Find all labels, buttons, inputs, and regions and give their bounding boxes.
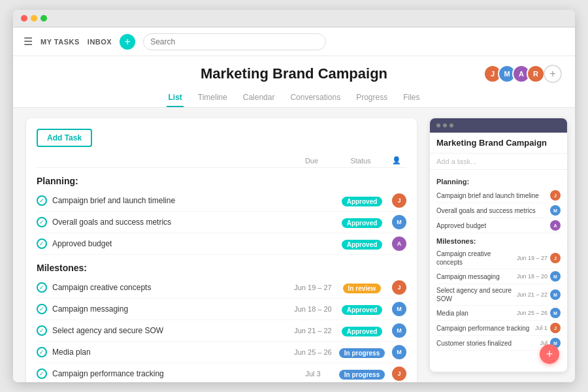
- list-item[interactable]: Campaign messaging Jun 18 – 20 M: [436, 269, 561, 284]
- browser-window: ☰ MY TASKS INBOX + Marketing Brand Campa…: [13, 10, 575, 382]
- task-check-icon[interactable]: ✓: [37, 368, 47, 379]
- browser-chrome: [13, 10, 575, 27]
- table-row[interactable]: ✓ Campaign brief and launch timeline App…: [37, 190, 406, 212]
- rp-avatar: M: [550, 308, 561, 318]
- rp-avatar: J: [550, 253, 561, 263]
- rp-task-due: Jul 1: [535, 325, 547, 331]
- hamburger-icon[interactable]: ☰: [24, 35, 33, 48]
- traffic-light-red[interactable]: [21, 15, 27, 22]
- tab-list[interactable]: List: [167, 89, 183, 107]
- fab-button[interactable]: +: [540, 344, 559, 364]
- task-status: Approved: [336, 238, 388, 250]
- task-due: Jul 3: [290, 370, 336, 378]
- tab-conversations[interactable]: Conversations: [289, 89, 342, 107]
- table-row[interactable]: ✓ Media plan Jun 25 – 26 In progress M: [37, 342, 406, 363]
- task-due: Jun 19 – 27: [290, 284, 336, 291]
- task-avatar: J: [392, 280, 406, 295]
- list-item[interactable]: Campaign creative concepts Jun 19 – 27 J: [436, 248, 561, 269]
- app-topbar: ☰ MY TASKS INBOX +: [13, 27, 575, 56]
- task-avatar: M: [392, 215, 406, 229]
- tab-progress[interactable]: Progress: [355, 89, 389, 107]
- rp-section-milestones: Milestones:: [436, 237, 561, 245]
- task-name: Select agency and secure SOW: [52, 326, 290, 335]
- rp-avatar: M: [550, 271, 561, 282]
- rp-section-planning: Planning:: [436, 178, 561, 186]
- task-status: Approved: [336, 325, 388, 336]
- avatar: R: [527, 65, 545, 83]
- list-item[interactable]: Campaign performance tracking Jul 1 J: [436, 321, 561, 336]
- rp-task-name: Campaign brief and launch timeline: [436, 191, 550, 200]
- rp-task-name: Media plan: [436, 309, 514, 318]
- project-title: Marketing Brand Campaign: [201, 65, 387, 82]
- add-task-button[interactable]: Add Task: [37, 129, 92, 147]
- task-check-icon[interactable]: ✓: [37, 304, 47, 314]
- tab-files[interactable]: Files: [402, 89, 421, 107]
- add-button[interactable]: +: [120, 34, 135, 50]
- traffic-lights: [21, 15, 47, 22]
- task-name: Approved budget: [52, 239, 290, 248]
- rp-task-due: Jun 25 – 26: [517, 310, 547, 316]
- task-name: Campaign creative concepts: [52, 283, 290, 292]
- rp-task-due: Jun 18 – 20: [517, 273, 547, 280]
- list-item[interactable]: Approved budget A: [436, 218, 561, 233]
- nav-my-tasks[interactable]: MY TASKS: [41, 38, 80, 46]
- task-avatar: M: [392, 302, 406, 316]
- list-item[interactable]: Campaign brief and launch timeline J: [436, 188, 561, 203]
- add-member-button[interactable]: +: [544, 65, 562, 83]
- table-row[interactable]: ✓ Select agency and secure SOW Jun 21 – …: [37, 320, 406, 342]
- task-avatar: J: [392, 193, 406, 208]
- panel-dot: [436, 123, 440, 127]
- task-check-icon[interactable]: ✓: [37, 238, 47, 249]
- task-name: Overall goals and success metrics: [52, 218, 290, 227]
- col-header-assign: 👤: [387, 156, 406, 165]
- table-row[interactable]: ✓ Overall goals and success metrics Appr…: [37, 212, 406, 233]
- task-name: Media plan: [52, 348, 290, 357]
- task-due: Jun 18 – 20: [290, 305, 336, 313]
- rp-task-name: Campaign performance tracking: [436, 324, 532, 333]
- task-name: Campaign messaging: [52, 304, 290, 314]
- rp-task-due: Jun 19 – 27: [517, 255, 547, 261]
- nav-inbox[interactable]: INBOX: [88, 38, 112, 46]
- task-status: In review: [336, 282, 388, 293]
- tab-calendar[interactable]: Calendar: [242, 89, 276, 107]
- section-planning: Planning:: [37, 176, 406, 186]
- task-status: Approved: [336, 195, 388, 206]
- table-row[interactable]: ✓ Campaign creative concepts Jun 19 – 27…: [37, 277, 406, 299]
- task-card: Add Task Due Status 👤 Planning: ✓ Campai…: [26, 118, 417, 382]
- task-check-icon[interactable]: ✓: [37, 325, 47, 336]
- task-check-icon[interactable]: ✓: [37, 195, 47, 206]
- table-row[interactable]: ✓ Campaign messaging Jun 18 – 20 Approve…: [37, 299, 406, 320]
- task-list-area: Add Task Due Status 👤 Planning: ✓ Campai…: [13, 108, 430, 382]
- rp-avatar: J: [550, 190, 561, 201]
- list-item[interactable]: Media plan Jun 25 – 26 M: [436, 306, 561, 321]
- project-tabs: List Timeline Calendar Conversations Pro…: [13, 89, 575, 107]
- rp-task-name: Campaign messaging: [436, 272, 514, 281]
- task-status: In progress: [336, 368, 388, 380]
- right-panel: Marketing Brand Campaign Add a task... P…: [430, 118, 567, 372]
- tab-timeline[interactable]: Timeline: [197, 89, 229, 107]
- traffic-light-green[interactable]: [41, 15, 47, 22]
- section-milestones: Milestones:: [37, 263, 406, 273]
- task-list-header: Due Status 👤: [37, 154, 406, 168]
- rp-avatar: A: [550, 220, 561, 231]
- task-avatar: J: [392, 367, 406, 381]
- search-input[interactable]: [143, 33, 326, 50]
- task-check-icon[interactable]: ✓: [37, 217, 47, 227]
- rp-task-name: Select agency and secure SOW: [436, 286, 514, 303]
- right-panel-add-task[interactable]: Add a task...: [430, 154, 567, 170]
- task-avatar: M: [392, 345, 406, 359]
- task-check-icon[interactable]: ✓: [37, 347, 47, 357]
- panel-dot: [449, 123, 453, 127]
- table-row[interactable]: ✓ Campaign performance tracking Jul 3 In…: [37, 363, 406, 382]
- project-title-row: Marketing Brand Campaign J M A R +: [13, 65, 575, 89]
- traffic-light-yellow[interactable]: [31, 15, 37, 22]
- rp-task-name: Approved budget: [436, 221, 550, 230]
- table-row[interactable]: ✓ Approved budget Approved A: [37, 233, 406, 255]
- list-item[interactable]: Overall goals and success metrics M: [436, 203, 561, 218]
- right-panel-header: [430, 118, 567, 133]
- list-item[interactable]: Select agency and secure SOW Jun 21 – 22…: [436, 284, 561, 306]
- task-check-icon[interactable]: ✓: [37, 282, 47, 293]
- task-avatar: M: [392, 323, 406, 338]
- task-status: Approved: [336, 303, 388, 315]
- main-content: Add Task Due Status 👤 Planning: ✓ Campai…: [13, 108, 575, 382]
